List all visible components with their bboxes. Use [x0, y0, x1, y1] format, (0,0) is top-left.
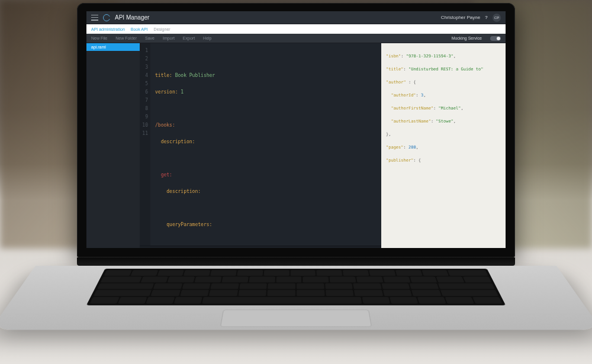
code-line: /books:	[155, 121, 215, 130]
screen-bezel: API Manager Christopher Payne ? CP API a…	[77, 3, 515, 257]
breadcrumb-book-api[interactable]: Book API	[131, 27, 148, 31]
code-line	[155, 55, 215, 63]
breadcrumb-designer: Designer	[154, 27, 170, 31]
line-num: 3	[140, 63, 148, 72]
app-logo-icon	[103, 14, 110, 21]
workspace: api.raml 1 2 3 4 5 6 7 8 9	[86, 43, 506, 248]
code-content[interactable]: title: Book Publisher version: 1 /books:…	[150, 43, 220, 246]
user-name[interactable]: Christopher Payne	[441, 15, 480, 20]
line-gutter: 1 2 3 4 5 6 7 8 9 10 11	[140, 43, 150, 246]
line-num: 2	[140, 55, 148, 63]
line-num: 5	[140, 80, 148, 88]
keyboard	[86, 269, 506, 305]
code-line: description:	[155, 138, 215, 146]
file-sidebar: api.raml	[86, 43, 140, 248]
export-button[interactable]: Export	[183, 36, 195, 40]
code-line: description:	[155, 188, 215, 196]
json-preview-pane[interactable]: "isbn": "978-1-329-11594-3", "title": "U…	[381, 43, 506, 248]
new-file-button[interactable]: New File	[91, 36, 107, 40]
code-line	[155, 154, 215, 163]
breadcrumb-api-admin[interactable]: API administration	[91, 27, 125, 31]
line-num: 7	[140, 96, 148, 105]
save-button[interactable]: Save	[145, 36, 155, 40]
code-line	[155, 105, 215, 113]
line-num: 6	[140, 88, 148, 96]
line-num: 8	[140, 105, 148, 113]
app-window: API Manager Christopher Payne ? CP API a…	[86, 11, 506, 248]
app-title: API Manager	[115, 14, 149, 21]
line-num: 9	[140, 113, 148, 121]
code-editor[interactable]: 1 2 3 4 5 6 7 8 9 10 11 title: B	[140, 43, 381, 246]
import-button[interactable]: Import	[163, 36, 175, 40]
line-num: 1	[140, 47, 148, 55]
topbar: API Manager Christopher Payne ? CP	[86, 11, 506, 24]
code-line: queryParameters:	[155, 221, 215, 229]
code-line	[155, 204, 215, 212]
mocking-service-label: Mocking Service	[452, 36, 482, 40]
trackpad	[220, 310, 372, 327]
laptop-hinge	[77, 257, 515, 266]
mocking-toggle[interactable]	[490, 36, 501, 41]
help-button[interactable]: Help	[203, 36, 211, 40]
editor-column: 1 2 3 4 5 6 7 8 9 10 11 title: B	[140, 43, 381, 248]
suggestion-shelf: ROOT (1) protocols PARAMETERS (2) baseUr…	[140, 246, 381, 248]
laptop-deck	[0, 266, 592, 330]
code-line: version: 1	[155, 88, 215, 96]
line-num: 11	[140, 130, 148, 138]
line-num: 10	[140, 121, 148, 130]
code-line: get:	[155, 171, 215, 179]
laptop-frame: API Manager Christopher Payne ? CP API a…	[77, 3, 515, 355]
toolbar: New File New Folder Save Import Export H…	[86, 34, 506, 43]
avatar[interactable]: CP	[493, 14, 501, 22]
hamburger-icon[interactable]	[91, 15, 98, 21]
new-folder-button[interactable]: New Folder	[115, 36, 137, 40]
breadcrumb: API administration Book API Designer	[86, 24, 506, 34]
line-num: 4	[140, 72, 148, 80]
help-icon[interactable]: ?	[485, 15, 488, 20]
sidebar-file-api-raml[interactable]: api.raml	[86, 43, 140, 51]
code-line: title: Book Publisher	[155, 72, 215, 80]
